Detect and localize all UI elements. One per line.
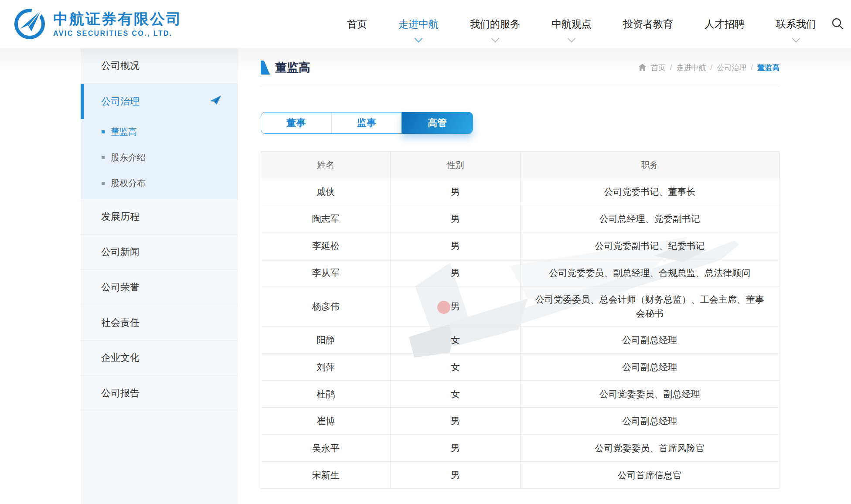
sidebar-item-label: 发展历程 bbox=[101, 210, 140, 223]
sidebar-item-6[interactable]: 社会责任 bbox=[81, 305, 238, 341]
position-cell: 公司党委委员、总会计师（财务总监）、工会主席、董事会秘书 bbox=[520, 286, 780, 327]
nav-item-4[interactable]: 中航观点 bbox=[551, 18, 592, 30]
breadcrumb-separator: / bbox=[751, 63, 753, 72]
column-header-gender: 性别 bbox=[391, 152, 520, 178]
breadcrumb: 首页/走进中航/公司治理/董监高 bbox=[638, 63, 780, 73]
gender-cell: 男 bbox=[391, 178, 520, 205]
table-row-7: 刘萍女公司副总经理 bbox=[261, 354, 780, 381]
name-cell: 宋新生 bbox=[261, 462, 391, 489]
submenu-bullet-icon bbox=[102, 182, 105, 185]
sidebar-subitem-label: 股权分布 bbox=[111, 177, 146, 189]
avic-badge-text: AVIC bbox=[24, 31, 35, 36]
nav-item-5[interactable]: 投资者教育 bbox=[623, 18, 673, 30]
sidebar-item-5[interactable]: 公司荣誉 bbox=[81, 270, 238, 305]
name-cell: 吴永平 bbox=[261, 435, 391, 462]
sidebar-item-1[interactable]: 公司概况 bbox=[81, 48, 238, 84]
table-row-6: 阳静女公司副总经理 bbox=[261, 327, 780, 354]
table-row-11: 宋新生男公司首席信息官 bbox=[261, 462, 780, 489]
nav-item-7[interactable]: 联系我们 bbox=[776, 18, 816, 30]
sidebar-submenu: 董监高股东介绍股权分布 bbox=[81, 119, 238, 199]
nav-item-label: 首页 bbox=[347, 18, 367, 30]
chevron-down-icon bbox=[491, 34, 499, 42]
sidebar-item-label: 社会责任 bbox=[101, 316, 140, 329]
sidebar-item-2[interactable]: 公司治理 bbox=[81, 84, 238, 119]
sidebar-item-label: 公司报告 bbox=[101, 387, 140, 400]
sidebar-item-label: 公司概况 bbox=[101, 59, 140, 72]
nav-item-label: 中航观点 bbox=[551, 18, 592, 30]
nav-item-2[interactable]: 走进中航 bbox=[398, 18, 439, 30]
position-cell: 公司党委委员、副总经理、合规总监、总法律顾问 bbox=[520, 259, 780, 286]
position-cell: 公司首席信息官 bbox=[520, 462, 780, 489]
sidebar-subitem-label: 董监高 bbox=[111, 126, 137, 138]
position-cell: 公司党委副书记、纪委书记 bbox=[520, 232, 780, 259]
breadcrumb-separator: / bbox=[711, 63, 713, 72]
sidebar-item-4[interactable]: 公司新闻 bbox=[81, 235, 238, 270]
table-row-8: 杜鹃女公司党委委员、副总经理 bbox=[261, 381, 780, 408]
name-cell: 李延松 bbox=[261, 232, 391, 259]
sidebar-item-7[interactable]: 企业文化 bbox=[81, 341, 238, 376]
breadcrumb-link-3[interactable]: 公司治理 bbox=[717, 63, 746, 73]
chevron-down-icon bbox=[792, 34, 800, 42]
gender-cell: 男 bbox=[391, 286, 520, 327]
nav-item-1[interactable]: 首页 bbox=[347, 18, 367, 30]
nav-item-label: 我们的服务 bbox=[470, 18, 520, 30]
sidebar-item-label: 企业文化 bbox=[101, 351, 140, 364]
position-cell: 公司党委委员、首席风险官 bbox=[520, 435, 780, 462]
search-icon bbox=[831, 17, 844, 32]
nav-item-label: 联系我们 bbox=[776, 18, 816, 30]
breadcrumb-link-2[interactable]: 走进中航 bbox=[677, 63, 706, 73]
gender-cell: 男 bbox=[391, 435, 520, 462]
nav-item-6[interactable]: 人才招聘 bbox=[705, 18, 745, 30]
gender-cell: 男 bbox=[391, 205, 520, 232]
sidebar-subitem-label: 股东介绍 bbox=[111, 152, 146, 163]
position-cell: 公司总经理、党委副书记 bbox=[520, 205, 780, 232]
gender-cell: 男 bbox=[391, 462, 520, 489]
company-logo[interactable]: AVIC 中航证券有限公司 AVIC SECURITIES CO., LTD. bbox=[13, 7, 182, 42]
table-row-1: 戚侠男公司党委书记、董事长 bbox=[261, 178, 780, 205]
page-title: 董监高 bbox=[275, 60, 310, 75]
header: AVIC 中航证券有限公司 AVIC SECURITIES CO., LTD. … bbox=[0, 0, 851, 48]
title-marker-icon bbox=[261, 61, 270, 75]
column-header-name: 姓名 bbox=[261, 152, 391, 178]
table-header-row: 姓名性别职务 bbox=[261, 152, 780, 178]
tab-1[interactable]: 董事 bbox=[261, 112, 332, 133]
company-name-en: AVIC SECURITIES CO., LTD. bbox=[53, 30, 182, 37]
home-icon[interactable] bbox=[638, 64, 647, 72]
name-cell: 刘萍 bbox=[261, 354, 391, 381]
sidebar-item-3[interactable]: 发展历程 bbox=[81, 199, 238, 235]
sidebar: 公司概况公司治理董监高股东介绍股权分布发展历程公司新闻公司荣誉社会责任企业文化公… bbox=[81, 48, 238, 504]
sidebar-subitem-1[interactable]: 董监高 bbox=[81, 119, 238, 145]
gender-cell: 女 bbox=[391, 381, 520, 408]
nav-item-label: 人才招聘 bbox=[705, 18, 745, 30]
sidebar-item-8[interactable]: 公司报告 bbox=[81, 376, 238, 411]
main-nav: 首页走进中航我们的服务中航观点投资者教育人才招聘联系我们 bbox=[347, 18, 816, 30]
executives-table-wrap: 姓名性别职务 戚侠男公司党委书记、董事长陶志军男公司总经理、党委副书记李延松男公… bbox=[261, 151, 780, 489]
name-cell: 李从军 bbox=[261, 259, 391, 286]
position-cell: 公司副总经理 bbox=[520, 327, 780, 354]
chevron-down-icon bbox=[415, 34, 422, 42]
table-row-3: 李延松男公司党委副书记、纪委书记 bbox=[261, 232, 780, 259]
nav-item-3[interactable]: 我们的服务 bbox=[470, 18, 520, 30]
position-cell: 公司党委委员、副总经理 bbox=[520, 381, 780, 408]
sidebar-item-label: 公司新闻 bbox=[101, 245, 140, 259]
breadcrumb-link-1[interactable]: 首页 bbox=[651, 63, 666, 73]
sidebar-subitem-2[interactable]: 股东介绍 bbox=[81, 145, 238, 170]
tab-3[interactable]: 高管 bbox=[402, 112, 473, 134]
sidebar-subitem-3[interactable]: 股权分布 bbox=[81, 170, 238, 196]
company-name-cn: 中航证券有限公司 bbox=[53, 11, 182, 27]
search-button[interactable] bbox=[831, 17, 844, 32]
position-cell: 公司副总经理 bbox=[520, 408, 780, 435]
table-row-9: 崔博男公司副总经理 bbox=[261, 408, 780, 435]
gender-cell: 男 bbox=[391, 408, 520, 435]
name-cell: 戚侠 bbox=[261, 178, 391, 205]
breadcrumb-separator: / bbox=[670, 63, 672, 72]
table-row-10: 吴永平男公司党委委员、首席风险官 bbox=[261, 435, 780, 462]
gender-cell: 男 bbox=[391, 232, 520, 259]
nav-item-label: 走进中航 bbox=[398, 18, 439, 30]
chevron-down-icon bbox=[568, 34, 575, 42]
tab-2[interactable]: 监事 bbox=[332, 112, 402, 133]
avic-logo-icon: AVIC bbox=[13, 7, 46, 42]
main-content: 董监高 首页/走进中航/公司治理/董监高 董事监事高管 姓名性别职务 戚侠男公司… bbox=[261, 48, 780, 489]
name-cell: 阳静 bbox=[261, 327, 391, 354]
position-cell: 公司党委书记、董事长 bbox=[520, 178, 780, 205]
